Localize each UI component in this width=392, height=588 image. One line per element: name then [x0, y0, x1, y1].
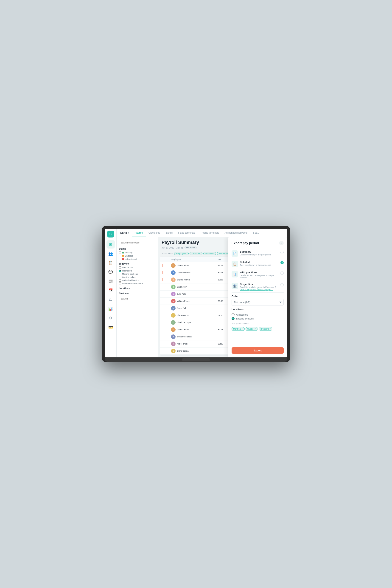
to-review-title: To review	[119, 262, 156, 265]
detailed-radio[interactable]	[280, 261, 284, 264]
summary-icon: 📄	[232, 250, 238, 257]
sidebar-settings-icon[interactable]: ⚙	[106, 314, 115, 322]
sidebar-home-icon[interactable]: ⊞	[106, 240, 115, 248]
closed-dot	[186, 247, 188, 248]
sidebar-attendance-icon[interactable]: 📅	[106, 286, 115, 295]
export-option-with-positions[interactable]: 📊 With positions Details for each employ…	[232, 269, 284, 281]
tab-clock-logs[interactable]: Clock logs	[146, 229, 163, 237]
row-indicator	[162, 285, 162, 288]
tab-authorized-networks[interactable]: Authorized networks	[222, 229, 250, 237]
different-clocked-checkbox[interactable]	[119, 282, 121, 285]
incomplete-checkbox[interactable]	[119, 270, 121, 272]
unfinished-breaks-label: Unfinished breaks	[122, 279, 138, 281]
filter-unfinished-breaks: Unfinished breaks	[119, 279, 156, 281]
quebec-remove-icon[interactable]: ×	[255, 328, 256, 330]
location-tag-montreal[interactable]: Montreal ×	[232, 327, 245, 331]
specific-locations-radio[interactable]	[232, 317, 234, 320]
employee-cell: S Sophia Martin	[171, 277, 214, 282]
positions-search-input[interactable]	[119, 296, 156, 301]
row-indicator-cell	[160, 290, 169, 298]
filter-tag-positions[interactable]: Positions	[203, 252, 216, 255]
specific-locations-option[interactable]: Specific locations	[232, 317, 284, 320]
sidebar-newsfeed-icon[interactable]: 📰	[106, 277, 115, 285]
brossard-label: Brossard	[260, 328, 269, 330]
employee-cell: C Chanel Biron	[171, 263, 214, 268]
export-option-detailed[interactable]: 📋 Detailed Daily breakdown of the pay pe…	[232, 259, 284, 269]
employee-cell: C Chanel Biron	[171, 327, 214, 332]
employee-name-cell: W William Perez	[169, 298, 216, 305]
employee-cell: D David Bell	[171, 306, 214, 311]
brossard-remove-icon[interactable]: ×	[270, 328, 270, 330]
employee-name-cell: C Chanel Biron	[169, 262, 216, 269]
export-option-desjardins[interactable]: 🏦 Desjardins Excel file ready to export …	[232, 281, 284, 292]
on-break-checkbox[interactable]	[119, 255, 121, 257]
working-checkbox[interactable]	[119, 251, 121, 254]
filter-late-absent: Late / Absent	[119, 258, 156, 260]
export-option-summary[interactable]: 📄 Summary Global summary of the pay peri…	[232, 248, 284, 259]
desjardins-link[interactable]: How to export this file to Employer D	[240, 288, 278, 290]
employee-cell: A Alex Forest	[171, 342, 214, 346]
closed-label: Closed	[188, 246, 195, 249]
sidebar-resources-icon[interactable]: 🗂	[106, 296, 115, 304]
employee-cell: C Charlotte Caye	[171, 320, 214, 325]
employee-cell: J Jacob Thomas	[171, 270, 214, 275]
row-indicator	[162, 314, 162, 317]
unapproved-checkbox[interactable]	[119, 266, 121, 269]
sidebar-billing-icon[interactable]: 💳	[106, 323, 115, 331]
close-button[interactable]: ×	[279, 241, 284, 245]
sidebar-employees-icon[interactable]: 👥	[106, 249, 115, 258]
desjardins-desc: Excel file ready to export to Employer D	[240, 286, 278, 288]
avatar: C	[171, 263, 176, 268]
status-filter-title: Status	[119, 248, 156, 250]
incomplete-label: Incomplete	[122, 270, 132, 272]
dropdown-chevron-icon[interactable]: ▾	[128, 232, 129, 234]
location-tag-quebec[interactable]: Quebec ×	[246, 327, 258, 331]
missing-clockins-checkbox[interactable]	[119, 273, 121, 275]
location-tag-brossard[interactable]: Brossard ×	[259, 327, 272, 331]
outside-radius-checkbox[interactable]	[119, 276, 121, 278]
employee-name-cell: S Sarah Roy	[169, 283, 216, 290]
row-indicator	[162, 349, 162, 353]
late-absent-checkbox[interactable]	[119, 258, 121, 260]
detailed-name: Detailed	[240, 261, 278, 263]
tab-payroll[interactable]: Payroll	[132, 229, 146, 237]
row-indicator	[162, 321, 162, 324]
tab-phone-terminals[interactable]: Phone terminals	[198, 229, 222, 237]
sidebar-reports-icon[interactable]: 📊	[106, 305, 115, 313]
row-indicator-cell	[160, 326, 169, 333]
filter-tag-employees[interactable]: Employees	[174, 252, 189, 255]
row-indicator-cell	[160, 298, 169, 305]
screen: S ⊞ 👥 📋 💬 📰 📅 🗂 📊 ⚙ 💳 Saito ▾ Payroll	[105, 229, 287, 357]
positions-radio[interactable]	[280, 271, 284, 275]
montreal-remove-icon[interactable]: ×	[242, 328, 243, 330]
sidebar-messenger-icon[interactable]: 💬	[106, 268, 115, 276]
trackpad	[182, 358, 210, 361]
tab-settings[interactable]: Sett...	[250, 229, 262, 237]
export-button[interactable]: Export	[232, 347, 284, 354]
avatar: W	[171, 299, 176, 304]
employee-cell: J Julia Patel	[171, 292, 214, 296]
tab-banks[interactable]: Banks	[163, 229, 176, 237]
row-indicator-cell	[160, 333, 169, 340]
add-locations-hint: Add your locations	[232, 323, 284, 325]
employee-name-label: William Perez	[177, 300, 190, 302]
export-panel: Export pay period × 📄 Summary Global sum…	[228, 237, 287, 357]
all-locations-option[interactable]: All locations	[232, 313, 284, 316]
employee-name-label: Sophia Martin	[177, 278, 190, 281]
app-logo: S	[107, 231, 114, 237]
positions-desc: Details for each employee's hours per po…	[240, 274, 278, 279]
filter-working: Working	[119, 251, 156, 254]
search-employees-input[interactable]	[119, 240, 156, 245]
tab-fixed-terminals[interactable]: Fixed terminals	[175, 229, 198, 237]
unfinished-breaks-checkbox[interactable]	[119, 279, 121, 281]
desjardins-radio[interactable]	[280, 283, 284, 286]
top-bar: Saito ▾ Payroll Clock logs Banks Fixed t…	[116, 229, 287, 237]
employee-name-cell: C Clara Garcia	[169, 312, 216, 319]
sidebar-requests-icon[interactable]: 📋	[106, 259, 115, 267]
filter-tag-locations[interactable]: Locations	[190, 252, 203, 255]
summary-radio[interactable]	[280, 251, 284, 254]
all-locations-radio[interactable]	[232, 313, 234, 316]
outside-radius-label: Outside radius	[122, 276, 136, 278]
order-section-title: Order	[232, 295, 284, 298]
order-select[interactable]: First name (A-Z)	[232, 299, 284, 306]
